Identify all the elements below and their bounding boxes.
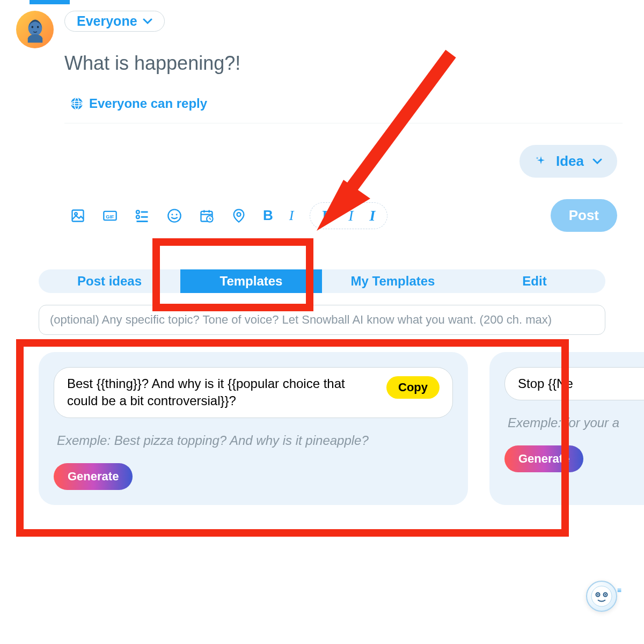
svg-point-11 bbox=[136, 210, 140, 214]
template-pill: Best {{thing}}? And why is it {{popular … bbox=[54, 367, 453, 418]
template-card: Best {{thing}}? And why is it {{popular … bbox=[39, 352, 468, 505]
composer-toolbar: GIF B I B I I bbox=[64, 199, 623, 232]
chevron-down-icon bbox=[143, 18, 152, 25]
tab-bar: Post ideas Templates My Templates Edit bbox=[39, 269, 605, 293]
composer-region: Everyone What is happening?! Everyone ca… bbox=[0, 0, 644, 232]
svg-line-25 bbox=[210, 218, 211, 219]
format-group: B I I bbox=[310, 202, 387, 229]
idea-label: Idea bbox=[556, 153, 584, 170]
template-pill: Stop {{Ne bbox=[504, 367, 644, 400]
tab-my-templates[interactable]: My Templates bbox=[322, 269, 464, 293]
chevron-down-icon bbox=[592, 158, 602, 165]
audience-selector[interactable]: Everyone bbox=[64, 11, 165, 32]
svg-point-31 bbox=[597, 594, 599, 596]
chat-bubble-icon[interactable]: ≡ bbox=[586, 581, 617, 612]
italic-icon[interactable]: I bbox=[289, 208, 294, 224]
gif-icon[interactable]: GIF bbox=[102, 208, 118, 224]
svg-point-0 bbox=[28, 20, 42, 35]
divider bbox=[64, 123, 623, 123]
generate-button[interactable]: Generate bbox=[54, 463, 133, 490]
bold-italic-serif-icon[interactable]: I bbox=[369, 207, 375, 224]
compose-placeholder[interactable]: What is happening?! bbox=[64, 52, 623, 75]
svg-rect-7 bbox=[72, 210, 84, 221]
template-cards-area: Best {{thing}}? And why is it {{popular … bbox=[16, 339, 628, 547]
bold-serif-icon[interactable]: B bbox=[322, 207, 332, 224]
idea-dropdown[interactable]: Idea bbox=[519, 145, 617, 178]
svg-point-26 bbox=[237, 213, 241, 216]
sparkle-icon bbox=[535, 155, 547, 168]
template-example: Exemple: for your a bbox=[504, 415, 644, 430]
svg-text:GIF: GIF bbox=[106, 214, 114, 219]
tab-post-ideas[interactable]: Post ideas bbox=[39, 269, 180, 293]
topic-input[interactable] bbox=[39, 305, 605, 335]
reply-label: Everyone can reply bbox=[89, 96, 207, 111]
template-text: Best {{thing}}? And why is it {{popular … bbox=[67, 375, 378, 410]
template-text: Stop {{Ne bbox=[518, 375, 644, 392]
globe-icon bbox=[70, 97, 84, 111]
svg-point-2 bbox=[36, 26, 38, 28]
template-example: Exemple: Best pizza topping? And why is … bbox=[54, 433, 453, 448]
image-icon[interactable] bbox=[70, 208, 86, 224]
bold-icon[interactable]: B bbox=[263, 207, 273, 224]
italic-serif-icon[interactable]: I bbox=[348, 207, 353, 224]
composer-body: Everyone What is happening?! Everyone ca… bbox=[64, 11, 623, 232]
svg-point-18 bbox=[176, 214, 178, 215]
svg-point-29 bbox=[591, 586, 612, 606]
tab-edit[interactable]: Edit bbox=[464, 269, 605, 293]
schedule-icon[interactable] bbox=[199, 208, 215, 224]
reply-settings[interactable]: Everyone can reply bbox=[64, 96, 623, 111]
avatar-image bbox=[20, 15, 50, 45]
copy-button[interactable]: Copy bbox=[386, 376, 440, 399]
avatar[interactable] bbox=[16, 11, 54, 48]
location-icon[interactable] bbox=[231, 208, 247, 224]
tab-templates[interactable]: Templates bbox=[180, 269, 322, 293]
svg-point-17 bbox=[171, 214, 173, 215]
emoji-icon[interactable] bbox=[166, 208, 182, 224]
generate-button[interactable]: Generate bbox=[504, 445, 583, 472]
svg-point-1 bbox=[31, 26, 33, 28]
top-accent-bar bbox=[30, 0, 70, 4]
poll-icon[interactable] bbox=[134, 208, 150, 224]
tabs-area: Post ideas Templates My Templates Edit bbox=[39, 269, 605, 293]
svg-point-8 bbox=[75, 213, 77, 215]
post-button[interactable]: Post bbox=[551, 199, 617, 232]
svg-point-16 bbox=[168, 209, 180, 222]
audience-label: Everyone bbox=[77, 13, 137, 29]
svg-point-13 bbox=[136, 215, 140, 218]
template-card: Stop {{Ne Exemple: for your a Generate bbox=[489, 352, 644, 505]
svg-point-33 bbox=[605, 594, 606, 596]
